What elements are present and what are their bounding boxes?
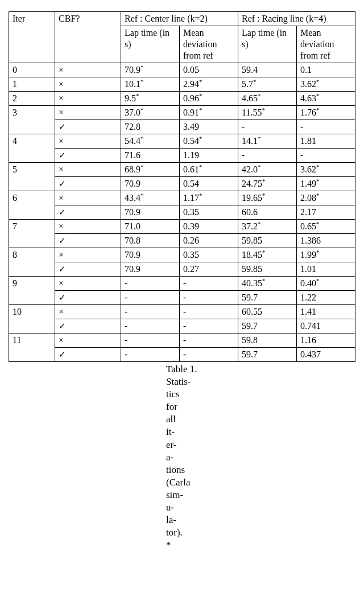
table-cell: 0.741: [297, 319, 355, 333]
caption-body: Statis-ticsforallit-er-a-tions(Carlasim-…: [166, 376, 191, 538]
table-cell: 0.54*: [180, 134, 238, 149]
table-cell: -: [238, 149, 297, 163]
table-cell: -: [121, 277, 180, 291]
table-cell: 0.91*: [180, 106, 238, 120]
table-cell: 2.08*: [297, 191, 355, 205]
table-cell: 0.35: [180, 205, 238, 220]
table-cell: -: [297, 120, 355, 134]
table-row: 6×43.4*1.17*19.65*2.08*: [9, 191, 355, 205]
table-cell: 1.17*: [180, 191, 238, 205]
table-cell: -: [180, 333, 238, 348]
cell-cbf: ✓: [55, 120, 121, 134]
table-cell: -: [180, 277, 238, 291]
table-cell: -: [121, 291, 180, 305]
cell-iter: 6: [9, 191, 55, 220]
table-row: ✓--59.70.741: [9, 319, 355, 333]
table-cell: 0.61*: [180, 163, 238, 177]
table-cell: 59.85: [238, 234, 297, 248]
table-cell: 10.1*: [121, 77, 180, 92]
table-row: ✓70.90.2759.851.01: [9, 262, 355, 277]
table-cell: 1.22: [297, 291, 355, 305]
table-cell: 70.9: [121, 177, 180, 191]
table-cell: 1.81: [297, 134, 355, 149]
table-cell: 70.9: [121, 205, 180, 220]
table-cell: -: [180, 348, 238, 362]
table-row: ✓70.90.5424.75*1.49*: [9, 177, 355, 191]
cell-cbf: ✓: [55, 291, 121, 305]
table-row: 1×10.1*2.94*5.7*3.62*: [9, 77, 355, 92]
col-header-ref-racing: Ref : Racing line (k=4): [238, 12, 355, 26]
table-cell: 0.96*: [180, 92, 238, 106]
table-cell: 18.45*: [238, 248, 297, 262]
table-row: 0×70.9*0.0559.40.1: [9, 63, 355, 77]
table-cell: 0.27: [180, 262, 238, 277]
col-header-racing-dev: Mean deviation from ref: [297, 26, 355, 63]
cell-cbf: ✓: [55, 149, 121, 163]
cell-cbf: ×: [55, 163, 121, 177]
table-cell: 60.55: [238, 305, 297, 319]
cell-cbf: ×: [55, 77, 121, 92]
table-cell: 5.7*: [238, 77, 297, 92]
table-row: ✓71.61.19--: [9, 149, 355, 163]
cell-iter: 3: [9, 106, 55, 134]
col-header-racing-lap: Lap time (in s): [238, 26, 297, 63]
table-cell: 0.26: [180, 234, 238, 248]
cell-cbf: ✓: [55, 205, 121, 220]
cell-cbf: ✓: [55, 262, 121, 277]
table-row: 7×71.00.3937.2*0.65*: [9, 220, 355, 234]
table-cell: -: [121, 333, 180, 348]
table-row: 11×--59.81.16: [9, 333, 355, 348]
table-row: 10×--60.551.41: [9, 305, 355, 319]
table-cell: 42.0*: [238, 163, 297, 177]
table-caption-wrap: Table 1. Statis-ticsforallit-er-a-tions(…: [9, 363, 355, 551]
cell-iter: 2: [9, 92, 55, 106]
table-row: ✓70.90.3560.62.17: [9, 205, 355, 220]
table-cell: 1.99*: [297, 248, 355, 262]
table-row: ✓70.80.2659.851.386: [9, 234, 355, 248]
table-cell: 2.17: [297, 205, 355, 220]
table-cell: 70.8: [121, 234, 180, 248]
cell-iter: 1: [9, 77, 55, 92]
table-cell: 24.75*: [238, 177, 297, 191]
table-cell: 14.1*: [238, 134, 297, 149]
table-cell: 0.40*: [297, 277, 355, 291]
cell-cbf: ×: [55, 134, 121, 149]
table-cell: 70.9: [121, 248, 180, 262]
table-cell: 54.4*: [121, 134, 180, 149]
cell-cbf: ×: [55, 305, 121, 319]
col-header-ref-center: Ref : Center line (k=2): [121, 12, 238, 26]
table-cell: -: [238, 120, 297, 134]
cell-iter: 11: [9, 333, 55, 362]
table-cell: 0.54: [180, 177, 238, 191]
table-cell: 70.9: [121, 262, 180, 277]
cell-iter: 10: [9, 305, 55, 333]
cell-iter: 7: [9, 220, 55, 248]
cell-cbf: ✓: [55, 234, 121, 248]
table-cell: 59.85: [238, 262, 297, 277]
table-cell: 0.39: [180, 220, 238, 234]
table-cell: 71.0: [121, 220, 180, 234]
table-cell: 68.9*: [121, 163, 180, 177]
table-cell: 43.4*: [121, 191, 180, 205]
table-cell: 70.9*: [121, 63, 180, 77]
table-cell: 0.05: [180, 63, 238, 77]
table-cell: 59.7: [238, 291, 297, 305]
cell-cbf: ×: [55, 191, 121, 205]
cell-iter: 4: [9, 134, 55, 163]
table-cell: -: [180, 291, 238, 305]
table-row: ✓--59.70.437: [9, 348, 355, 362]
cell-iter: 0: [9, 63, 55, 77]
cell-cbf: ×: [55, 63, 121, 77]
table-cell: 37.0*: [121, 106, 180, 120]
table-header-row-1: Iter CBF? Ref : Center line (k=2) Ref : …: [9, 12, 355, 26]
cell-cbf: ×: [55, 92, 121, 106]
table-cell: 4.65*: [238, 92, 297, 106]
table-cell: 1.386: [297, 234, 355, 248]
caption-label: Table 1.: [166, 364, 197, 374]
table-cell: 0.437: [297, 348, 355, 362]
table-cell: 2.94*: [180, 77, 238, 92]
cell-cbf: ×: [55, 220, 121, 234]
cell-cbf: ✓: [55, 348, 121, 362]
cell-cbf: ×: [55, 277, 121, 291]
cell-iter: 9: [9, 277, 55, 305]
